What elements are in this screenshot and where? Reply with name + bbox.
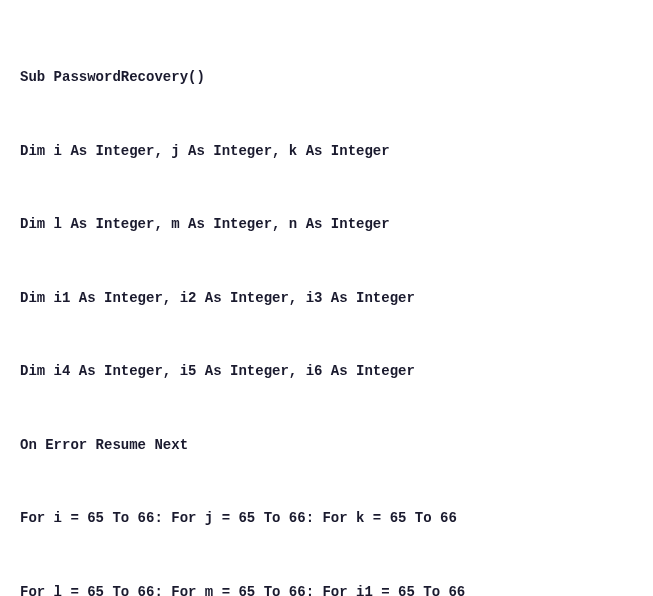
code-line: On Error Resume Next xyxy=(20,433,633,458)
code-line: Dim i1 As Integer, i2 As Integer, i3 As … xyxy=(20,286,633,311)
code-line: Sub PasswordRecovery() xyxy=(20,65,633,90)
code-line: For i = 65 To 66: For j = 65 To 66: For … xyxy=(20,506,633,531)
code-block: Sub PasswordRecovery() Dim i As Integer,… xyxy=(20,16,633,596)
code-line: Dim l As Integer, m As Integer, n As Int… xyxy=(20,212,633,237)
code-line: Dim i As Integer, j As Integer, k As Int… xyxy=(20,139,633,164)
code-line: For l = 65 To 66: For m = 65 To 66: For … xyxy=(20,580,633,597)
code-line: Dim i4 As Integer, i5 As Integer, i6 As … xyxy=(20,359,633,384)
